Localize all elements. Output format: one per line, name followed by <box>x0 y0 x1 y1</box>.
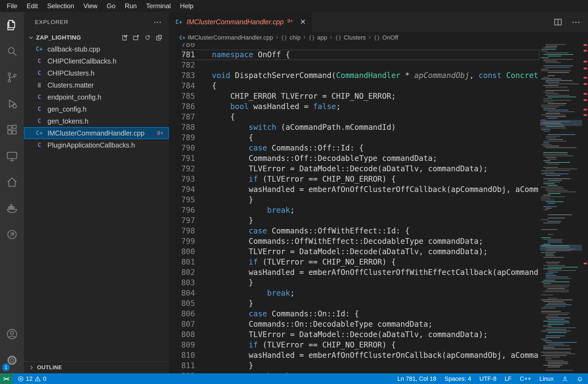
code-line-796[interactable]: 796 break; <box>169 205 540 215</box>
tab-imclustercommandhandler[interactable]: C+ IMClusterCommandHandler.cpp 9+ ✕ <box>169 12 312 32</box>
status-encoding[interactable]: UTF-8 <box>479 375 496 382</box>
line-number[interactable]: 796 <box>169 205 195 215</box>
code-line-793[interactable]: 793 if (TLVError == CHIP_NO_ERROR) { <box>169 174 540 184</box>
file-item-callback-stub.cpp[interactable]: C+callback-stub.cpp <box>24 43 169 55</box>
activity-live-share[interactable] <box>0 221 24 248</box>
menu-item-go[interactable]: Go <box>102 0 120 12</box>
code-line-780[interactable]: 780 <box>169 43 540 50</box>
line-number[interactable]: 803 <box>169 278 195 288</box>
refresh-icon[interactable] <box>144 34 151 41</box>
code-line-799[interactable]: 799 Commands::OffWithEffect::DecodableTy… <box>169 236 540 247</box>
code-line-790[interactable]: 790 case Commands::Off::Id: { <box>169 143 540 153</box>
code-line-795[interactable]: 795 } <box>169 195 540 205</box>
line-number[interactable]: 801 <box>169 257 195 267</box>
outline-section[interactable]: OUTLINE <box>24 361 169 373</box>
bell-icon[interactable] <box>577 376 583 382</box>
file-item-gen_config.h[interactable]: Cgen_config.h <box>24 103 169 115</box>
overview-ruler[interactable] <box>582 43 588 373</box>
line-number[interactable]: 797 <box>169 215 195 226</box>
line-number[interactable]: 787 <box>169 112 195 122</box>
feedback-icon[interactable] <box>562 376 568 382</box>
line-number[interactable]: 806 <box>169 309 195 319</box>
line-number[interactable]: 785 <box>169 91 195 101</box>
line-number[interactable]: 789 <box>169 133 195 143</box>
activity-remote-explorer[interactable] <box>0 143 24 169</box>
file-item-CHIPClusters.h[interactable]: CCHIPClusters.h <box>24 67 169 79</box>
line-number[interactable]: 782 <box>169 60 195 70</box>
line-number[interactable]: 808 <box>169 329 195 340</box>
activity-source-control[interactable] <box>0 64 24 91</box>
file-item-Clusters.matter[interactable]: ≣Clusters.matter <box>24 79 169 91</box>
line-number[interactable]: 788 <box>169 122 195 133</box>
activity-extensions[interactable] <box>0 117 24 143</box>
status-eol[interactable]: LF <box>505 375 512 382</box>
breadcrumb-imclustercommandhandler.cpp[interactable]: C+IMClusterCommandHandler.cpp <box>179 34 273 41</box>
menu-item-help[interactable]: Help <box>175 0 198 12</box>
activity-docker[interactable] <box>0 195 24 221</box>
line-number[interactable]: 809 <box>169 340 195 350</box>
code-line-807[interactable]: 807 Commands::On::DecodableType commandD… <box>169 319 540 329</box>
line-number[interactable]: 812 <box>169 371 195 373</box>
activity-run-debug[interactable] <box>0 91 24 117</box>
code-line-782[interactable]: 782 <box>169 60 540 70</box>
code-line-800[interactable]: 800 TLVError = DataModel::Decode(aDataTl… <box>169 247 540 257</box>
status-os[interactable]: Linux <box>539 375 554 382</box>
code-line-798[interactable]: 798 case Commands::OffWithEffect::Id: { <box>169 226 540 236</box>
menu-item-file[interactable]: File <box>2 0 22 12</box>
menu-item-selection[interactable]: Selection <box>43 0 79 12</box>
code-line-792[interactable]: 792 TLVError = DataModel::Decode(aDataTl… <box>169 164 540 174</box>
menu-item-view[interactable]: View <box>79 0 102 12</box>
code-line-791[interactable]: 791 Commands::Off::DecodableType command… <box>169 153 540 164</box>
line-number[interactable]: 799 <box>169 236 195 247</box>
breadcrumb-app[interactable]: {}app <box>308 34 327 41</box>
remote-indicator[interactable]: >< <box>0 373 13 384</box>
line-number[interactable]: 811 <box>169 361 195 371</box>
editor-more-actions-icon[interactable]: ⋯ <box>572 19 580 25</box>
breadcrumb-onoff[interactable]: {}OnOff <box>374 34 398 41</box>
folder-section-header[interactable]: ZAP_LIGHTING <box>24 32 169 43</box>
minimap[interactable] <box>540 43 582 373</box>
line-number[interactable]: 805 <box>169 298 195 309</box>
activity-settings[interactable]: 1 <box>0 347 24 373</box>
code-line-787[interactable]: 787 { <box>169 112 540 122</box>
menu-item-edit[interactable]: Edit <box>22 0 43 12</box>
code-line-805[interactable]: 805 } <box>169 298 540 309</box>
status-language-mode[interactable]: C++ <box>520 375 531 382</box>
status-cursor-position[interactable]: Ln 781, Col 18 <box>397 375 436 382</box>
code-line-802[interactable]: 802 wasHandled = emberAfOnOffClusterOffW… <box>169 267 540 278</box>
code-line-812[interactable]: 812 break; <box>169 371 540 373</box>
code-line-784[interactable]: 784{ <box>169 81 540 91</box>
file-item-endpoint_config.h[interactable]: Cendpoint_config.h <box>24 91 169 103</box>
code-line-797[interactable]: 797 } <box>169 215 540 226</box>
menu-item-run[interactable]: Run <box>120 0 141 12</box>
code-line-781[interactable]: 781namespace OnOff { <box>169 50 540 60</box>
line-number[interactable]: 794 <box>169 184 195 195</box>
activity-home[interactable] <box>0 169 24 195</box>
status-indentation[interactable]: Spaces: 4 <box>445 375 471 382</box>
file-item-IMClusterCommandHandler.cpp[interactable]: C+IMClusterCommandHandler.cpp9+ <box>24 127 169 139</box>
code-line-806[interactable]: 806 case Commands::On::Id: { <box>169 309 540 319</box>
close-tab-icon[interactable]: ✕ <box>300 18 306 26</box>
line-number[interactable]: 807 <box>169 319 195 329</box>
split-editor-icon[interactable] <box>554 18 562 26</box>
line-number[interactable]: 800 <box>169 247 195 257</box>
activity-explorer[interactable] <box>0 12 24 38</box>
menu-item-terminal[interactable]: Terminal <box>141 0 175 12</box>
code-line-804[interactable]: 804 break; <box>169 288 540 298</box>
code-editor[interactable]: 780781namespace OnOff {782783void Dispat… <box>169 43 588 373</box>
code-line-783[interactable]: 783void DispatchServerCommand(CommandHan… <box>169 70 540 81</box>
problems-status[interactable]: 12 0 <box>13 373 51 384</box>
code-line-803[interactable]: 803 } <box>169 278 540 288</box>
breadcrumb-clusters[interactable]: {}Clusters <box>335 34 366 41</box>
code-line-809[interactable]: 809 if (TLVError == CHIP_NO_ERROR) { <box>169 340 540 350</box>
code-line-808[interactable]: 808 TLVError = DataModel::Decode(aDataTl… <box>169 329 540 340</box>
breadcrumb-chip[interactable]: {}chip <box>281 34 301 41</box>
line-number[interactable]: 804 <box>169 288 195 298</box>
new-file-icon[interactable] <box>121 34 128 41</box>
line-number[interactable]: 784 <box>169 81 195 91</box>
code-line-785[interactable]: 785 CHIP_ERROR TLVError = CHIP_NO_ERROR; <box>169 91 540 101</box>
activity-account[interactable] <box>0 321 24 347</box>
code-line-801[interactable]: 801 if (TLVError == CHIP_NO_ERROR) { <box>169 257 540 267</box>
line-number[interactable]: 786 <box>169 101 195 112</box>
code-line-786[interactable]: 786 bool wasHandled = false; <box>169 101 540 112</box>
